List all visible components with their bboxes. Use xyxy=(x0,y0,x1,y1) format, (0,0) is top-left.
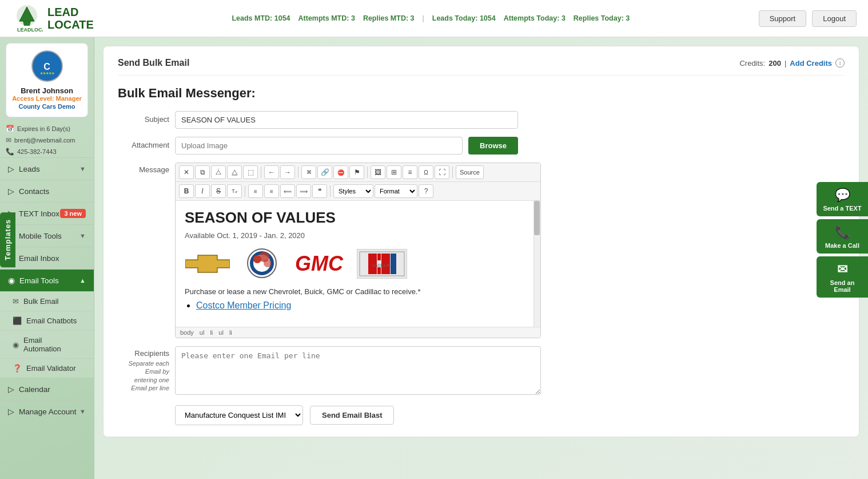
footer-tag-body: body xyxy=(180,329,194,336)
calendar-icon: 📅 xyxy=(6,125,14,133)
leads-nav-label: Leads xyxy=(19,165,40,173)
toolbar-separator-4 xyxy=(452,167,453,178)
calendar-nav-icon: ▷ xyxy=(8,385,14,394)
tb-italic[interactable]: I xyxy=(195,184,210,198)
toolbar-row2: B I S T𝓍 ≡ ≡ ⟸ ⟹ ❝ Styles xyxy=(176,182,540,201)
logo-text-line2: LOCATE xyxy=(47,18,94,31)
add-credits-link[interactable]: Add Credits xyxy=(790,59,832,68)
make-call-icon: 📞 xyxy=(835,225,850,240)
topbar: LEADLOCATE LEAD LOCATE Leads MTD: 1054 A… xyxy=(0,0,868,37)
subject-input[interactable] xyxy=(175,111,518,129)
source-button[interactable]: Source xyxy=(456,165,484,179)
logout-button[interactable]: Logout xyxy=(812,10,857,27)
tb-anchor[interactable]: ⚑ xyxy=(349,165,364,179)
tb-link[interactable]: 🔗 xyxy=(317,165,332,179)
info-icon[interactable]: i xyxy=(835,58,845,68)
tb-outdent[interactable]: ⟸ xyxy=(280,184,295,198)
subnav-email-validator[interactable]: ❓ Email Validator xyxy=(0,358,94,378)
subnav-email-automation[interactable]: ◉ Email Automation xyxy=(0,330,94,358)
tb-paste-word[interactable]: ⬚ xyxy=(243,165,258,179)
svg-text:CADILLAC: CADILLAC xyxy=(372,263,392,267)
tb-paste-text[interactable]: ⧋ xyxy=(227,165,242,179)
tb-hline[interactable]: ≡ xyxy=(403,165,417,179)
costco-link[interactable]: Costco Member Pricing xyxy=(196,300,291,310)
user-company: County Cars Demo xyxy=(12,103,82,110)
attachment-input[interactable] xyxy=(175,137,463,155)
send-email-action-icon: ✉ xyxy=(837,262,847,277)
send-text-button[interactable]: 💬 Send a TEXT xyxy=(817,182,868,216)
sidebar-item-calendar[interactable]: ▷ Calendar xyxy=(0,378,94,400)
editor-scrollbar-thumb[interactable] xyxy=(534,201,540,235)
user-card: C ★★★★★ Brent Johnson Access Level: Mana… xyxy=(6,43,88,117)
toolbar-separator-3 xyxy=(367,167,368,178)
sidebar-item-leads[interactable]: ▷ Leads ▼ xyxy=(0,157,94,180)
recipients-sublabel: Separate each Email byentering one Email… xyxy=(118,359,169,392)
tb-help[interactable]: ? xyxy=(419,184,433,198)
message-label: Message xyxy=(118,163,169,174)
tb-ul[interactable]: ≡ xyxy=(264,184,279,198)
send-email-blast-button[interactable]: Send Email Blast xyxy=(310,406,394,425)
sidebar-item-manage-account[interactable]: ▷ Manage Account ▼ xyxy=(0,400,94,422)
tb-find[interactable]: ⌘ xyxy=(301,165,316,179)
tb-table[interactable]: ⊞ xyxy=(387,165,401,179)
send-email-button[interactable]: ✉ Send an Email xyxy=(817,256,868,298)
tb-cut[interactable]: ✕ xyxy=(179,165,194,179)
tb-image[interactable]: 🖼 xyxy=(371,165,385,179)
tb-ol[interactable]: ≡ xyxy=(248,184,263,198)
calendar-nav-label: Calendar xyxy=(19,385,50,394)
message-row: Message ✕ ⧉ ⧊ ⧋ ⬚ ← → xyxy=(118,163,845,338)
conquest-select[interactable]: Manufacture Conquest List IMI xyxy=(175,405,303,425)
tb-paste[interactable]: ⧊ xyxy=(211,165,226,179)
sidebar-item-email-tools[interactable]: ◉ Email Tools ▲ xyxy=(0,269,94,291)
bulk-email-label: Bulk Email xyxy=(23,297,58,306)
buick-logo xyxy=(242,248,282,279)
recipients-label: Recipients xyxy=(134,349,169,358)
footer-tag-li2: li xyxy=(229,329,232,336)
email-validator-label: Email Validator xyxy=(26,364,75,373)
tb-redo[interactable]: → xyxy=(280,165,295,179)
format-select[interactable]: Format xyxy=(375,184,417,198)
gmc-logo: GMC xyxy=(293,248,345,279)
tb-specialchar[interactable]: Ω xyxy=(419,165,433,179)
tb-copy[interactable]: ⧉ xyxy=(195,165,210,179)
email-title: SEASON OF VALUES xyxy=(185,209,529,227)
toolbar-separator-5 xyxy=(245,185,245,197)
contacts-nav-icon: ▷ xyxy=(8,187,14,196)
contacts-nav-label: Contacts xyxy=(19,187,49,196)
svg-text:GMC: GMC xyxy=(295,252,344,275)
subnav-email-chatbots[interactable]: ⬛ Email Chatbots xyxy=(0,311,94,330)
editor-body[interactable]: SEASON OF VALUES Available Oct. 1, 2019 … xyxy=(176,201,540,327)
tb-indent[interactable]: ⟹ xyxy=(296,184,311,198)
tb-maximize[interactable]: ⛶ xyxy=(435,165,449,179)
email-validator-icon: ❓ xyxy=(13,364,22,373)
svg-marker-5 xyxy=(185,255,230,272)
editor-container: ✕ ⧉ ⧊ ⧋ ⬚ ← → ⌘ 🔗 ⛔ ⚑ xyxy=(175,163,541,338)
tb-bold[interactable]: B xyxy=(179,184,194,198)
toolbar-row1: ✕ ⧉ ⧊ ⧋ ⬚ ← → ⌘ 🔗 ⛔ ⚑ xyxy=(176,163,540,182)
styles-select[interactable]: Styles xyxy=(333,184,373,198)
tb-unlink[interactable]: ⛔ xyxy=(333,165,348,179)
recipients-textarea[interactable] xyxy=(175,346,541,395)
email-body-text: Purchase or lease a new Chevrolet, Buick… xyxy=(185,287,529,296)
leads-chevron-icon: ▼ xyxy=(79,165,86,172)
tb-removeformat[interactable]: T𝓍 xyxy=(227,184,242,198)
credits-info: Credits: 200 | Add Credits i xyxy=(739,58,845,68)
tb-blockquote[interactable]: ❝ xyxy=(312,184,327,198)
toolbar-separator-1 xyxy=(261,167,261,178)
email-inbox-nav-label: Email Inbox xyxy=(19,254,59,263)
support-button[interactable]: Support xyxy=(759,10,807,27)
email-automation-icon: ◉ xyxy=(13,341,19,349)
tb-strikethrough[interactable]: S xyxy=(211,184,226,198)
templates-tab[interactable]: Templates xyxy=(0,212,15,267)
tb-undo[interactable]: ← xyxy=(264,165,279,179)
footer-tag-li1: li xyxy=(210,329,213,336)
email-tools-nav-label: Email Tools xyxy=(19,276,59,285)
make-call-button[interactable]: 📞 Make a Call xyxy=(817,219,868,254)
email-date-range: Available Oct. 1, 2019 - Jan. 2, 2020 xyxy=(185,231,529,240)
subnav-bulk-email[interactable]: ✉ Bulk Email xyxy=(0,291,94,311)
email-tools-nav-icon: ◉ xyxy=(8,276,15,285)
sidebar-item-contacts[interactable]: ▷ Contacts xyxy=(0,180,94,202)
mobile-tools-nav-label: Mobile Tools xyxy=(19,232,62,240)
bottom-action-row: Manufacture Conquest List IMI Send Email… xyxy=(118,405,845,425)
browse-button[interactable]: Browse xyxy=(468,137,518,155)
